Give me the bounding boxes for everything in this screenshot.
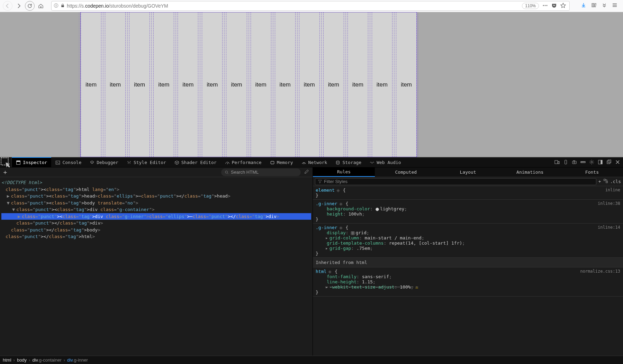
dom-node[interactable]: class="punct"></class="tag">body> <box>1 227 311 234</box>
site-info-icon[interactable] <box>54 3 58 9</box>
rules-tab-fonts[interactable]: Fonts <box>561 167 623 177</box>
svg-rect-2 <box>56 4 56 4</box>
css-declaration[interactable]: line-height: 1.15; <box>316 279 620 284</box>
grid-item: item <box>105 12 126 157</box>
responsive-mode-icon[interactable] <box>554 160 560 166</box>
screenshot-node-icon[interactable] <box>563 160 568 166</box>
dom-node[interactable]: ▼class="punct"><class="tag">div class="g… <box>1 206 311 213</box>
cls-toggle[interactable]: .cls <box>610 179 621 184</box>
svg-rect-23 <box>574 160 575 161</box>
css-declaration[interactable]: ▸grid-gap: .75em; <box>316 246 620 251</box>
camera-icon[interactable] <box>572 160 577 166</box>
dom-node[interactable]: ▼class="punct"><class="tag">body transla… <box>1 200 311 207</box>
svg-rect-20 <box>565 160 567 164</box>
home-button[interactable] <box>36 1 46 11</box>
rules-tab-computed[interactable]: Computed <box>375 167 437 177</box>
menu-icon[interactable] <box>612 2 617 9</box>
reload-button[interactable] <box>25 1 35 11</box>
svg-point-35 <box>340 227 341 228</box>
element-picker-icon[interactable] <box>0 158 12 167</box>
css-rule[interactable]: inlineelement {} <box>313 186 623 200</box>
devtools-tab-web-audio[interactable]: Web Audio <box>365 158 405 167</box>
devtools-tab-debugger[interactable]: Debugger <box>85 158 123 167</box>
svg-rect-8 <box>593 3 594 7</box>
rules-tab-layout[interactable]: Layout <box>437 167 499 177</box>
dom-node[interactable]: <!DOCTYPE html> <box>1 179 311 186</box>
downloads-icon[interactable] <box>581 2 586 9</box>
rule-source[interactable]: inline <box>605 188 620 192</box>
grid-item: item <box>202 12 223 157</box>
settings-gear-icon[interactable] <box>589 160 594 166</box>
devtools-tab-console[interactable]: Console <box>51 158 85 167</box>
dom-tree[interactable]: <!DOCTYPE html> class="punct"><class="ta… <box>0 177 313 356</box>
rule-source[interactable]: normalize.css:13 <box>580 269 620 274</box>
dom-node[interactable]: class="punct"><class="tag">html lang="en… <box>1 186 311 193</box>
devtools-tab-network[interactable]: Network <box>297 158 332 167</box>
devtools-tab-inspector[interactable]: Inspector <box>12 157 51 167</box>
breadcrumb-item[interactable]: div.g-container <box>32 357 61 363</box>
filter-styles-input[interactable]: Filter Styles <box>315 178 596 185</box>
dom-search-input[interactable]: Search HTML <box>221 169 301 176</box>
devtools-tabbar: InspectorConsoleDebuggerStyle EditorShad… <box>0 157 623 167</box>
back-button[interactable] <box>3 1 12 11</box>
svg-rect-15 <box>271 161 274 164</box>
devtools-tab-performance[interactable]: Performance <box>221 158 266 167</box>
url-bar[interactable]: https://s.codepen.io/sturobson/debug/GOV… <box>51 1 570 11</box>
bookmark-star-icon[interactable] <box>560 3 566 9</box>
pseudo-class-icon[interactable] <box>603 179 608 184</box>
breadcrumb-item[interactable]: div.g-inner <box>67 357 88 363</box>
add-element-button[interactable]: + <box>0 169 10 176</box>
css-declaration[interactable]: grid-template-columns: repeat(14, [col-s… <box>316 240 620 246</box>
devtools: InspectorConsoleDebuggerStyle EditorShad… <box>0 157 623 364</box>
svg-rect-7 <box>592 3 593 7</box>
breadcrumb-separator: › <box>64 357 65 363</box>
dom-node[interactable]: class="punct"></class="tag">html> <box>1 233 311 240</box>
rulers-icon[interactable] <box>580 160 586 166</box>
edit-html-icon[interactable] <box>301 169 313 175</box>
dom-node[interactable]: ▶class="punct"><class="tag">div class="g… <box>1 213 311 220</box>
forward-button[interactable] <box>14 1 24 11</box>
add-rule-icon[interactable]: + <box>598 179 601 184</box>
rule-source[interactable]: inline:38 <box>598 201 620 206</box>
pocket-icon[interactable] <box>551 3 557 9</box>
svg-point-36 <box>329 271 331 272</box>
svg-rect-1 <box>56 5 56 6</box>
rules-tab-rules[interactable]: Rules <box>313 167 375 177</box>
library-icon[interactable] <box>591 2 597 9</box>
devtools-tab-shader-editor[interactable]: Shader Editor <box>170 158 221 167</box>
css-declaration[interactable]: display: grid; <box>316 230 620 235</box>
css-declaration[interactable]: ▸grid-column: main-start / main-end; <box>316 235 620 240</box>
svg-rect-19 <box>558 161 559 164</box>
svg-point-14 <box>227 163 228 164</box>
css-rule[interactable]: inline:38.g-inner { background-color: li… <box>313 200 623 224</box>
grid-item: item <box>251 12 271 157</box>
rule-source[interactable]: inline:14 <box>598 225 620 230</box>
dock-side-icon[interactable] <box>598 160 603 166</box>
dom-node[interactable]: ▶class="punct"><class="tag">head>class="… <box>1 193 311 200</box>
rules-tab-animations[interactable]: Animations <box>499 167 561 177</box>
css-declaration[interactable]: background-color: lightgrey; <box>316 206 620 211</box>
css-declaration[interactable]: ▸-webkit-text-size-adjust: 100%;⚠ <box>316 284 620 290</box>
devtools-tab-style-editor[interactable]: Style Editor <box>123 158 170 167</box>
page-actions-icon[interactable] <box>542 3 548 9</box>
overflow-icon[interactable] <box>602 2 607 9</box>
css-declaration[interactable]: height: 100vh; <box>316 211 620 217</box>
svg-rect-18 <box>555 160 558 163</box>
breadcrumb-item[interactable]: body <box>17 357 27 363</box>
svg-rect-21 <box>572 161 576 164</box>
rules-list[interactable]: inlineelement {}inline:38.g-inner { back… <box>313 186 623 356</box>
css-rule[interactable]: normalize.css:13html { font-family: sans… <box>313 267 623 297</box>
close-devtools-icon[interactable] <box>615 160 620 166</box>
svg-point-5 <box>545 5 546 6</box>
devtools-tab-memory[interactable]: Memory <box>266 158 297 167</box>
grid-item: item <box>347 12 368 157</box>
css-declaration[interactable]: font-family: sans-serif; <box>316 274 620 279</box>
grid-item: item <box>226 12 247 157</box>
popout-icon[interactable] <box>606 160 612 166</box>
devtools-tab-storage[interactable]: Storage <box>331 158 365 167</box>
breadcrumb-item[interactable]: html <box>3 357 11 363</box>
css-rule[interactable]: inline:14.g-inner { display: grid;▸grid-… <box>313 224 623 258</box>
dom-node[interactable]: class="punct"></class="tag">div> <box>1 220 311 227</box>
breadcrumb[interactable]: html›body›div.g-container›div.g-inner <box>0 356 623 364</box>
zoom-badge[interactable]: 110% <box>522 3 539 9</box>
